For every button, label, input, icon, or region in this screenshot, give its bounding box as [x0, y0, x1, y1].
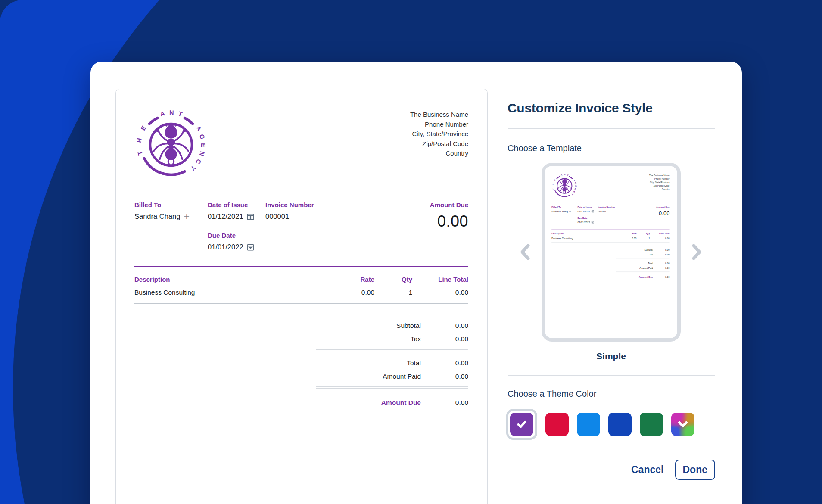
total-label: Total	[316, 359, 421, 367]
modal-footer: Cancel Done	[508, 460, 715, 480]
totals-section: Subtotal 0.00 Tax 0.00 Total 0.00 Amount…	[616, 249, 669, 279]
business-country: Country	[649, 187, 670, 191]
business-city: City, State/Province	[649, 180, 670, 184]
invoice-meta-fields: Billed To Sandra Chang + Date of Issue 0…	[134, 201, 468, 251]
billed-to-label: Billed To	[551, 206, 577, 208]
tax-row: Tax 0.00	[616, 253, 669, 256]
amount-due-total-label: Amount Due	[316, 399, 421, 407]
due-date-value: 01/01/2022	[577, 221, 590, 224]
next-template-button[interactable]	[688, 242, 705, 262]
line-item-row: Business Consulting 0.00 1 0.00	[551, 237, 669, 240]
col-description: Description	[134, 276, 336, 283]
add-customer-button: +	[569, 210, 571, 212]
theme-color-blue[interactable]	[577, 413, 600, 436]
col-rate: Rate	[336, 276, 374, 283]
amount-paid-value: 0.00	[653, 267, 670, 269]
ant-icon	[154, 124, 188, 165]
total-value: 0.00	[653, 262, 670, 264]
amount-paid-label: Amount Paid	[616, 267, 653, 269]
svg-text:THE: THE	[135, 124, 147, 156]
svg-text:ANT: ANT	[159, 109, 183, 118]
subtotal-value: 0.00	[421, 322, 468, 330]
amount-due-label: Amount Due	[656, 206, 670, 208]
amount-due-label: Amount Due	[430, 201, 468, 208]
choose-color-label: Choose a Theme Color	[508, 389, 596, 399]
subtotal-label: Subtotal	[616, 249, 653, 251]
amount-paid-value: 0.00	[421, 373, 468, 380]
theme-color-purple[interactable]	[510, 413, 533, 436]
totals-section: Subtotal 0.00 Tax 0.00 Total 0.00 Amount…	[316, 322, 468, 407]
ant-agency-logo: THE ANT AGENCY	[134, 108, 208, 181]
subtotal-value: 0.00	[653, 249, 670, 251]
col-line-total: Line Total	[650, 232, 670, 235]
date-of-issue-value: 01/12/2021	[577, 210, 590, 213]
theme-color-green[interactable]	[640, 413, 663, 436]
invoice-preview-paper: THE ANT AGENCY	[115, 89, 488, 504]
ant-icon	[558, 178, 570, 193]
business-info: The Business Name Phone Number City, Sta…	[410, 108, 468, 159]
item-line-total: 0.00	[412, 289, 468, 296]
business-phone: Phone Number	[410, 120, 468, 130]
amount-due-row: Amount Due 0.00	[616, 276, 669, 278]
amount-paid-label: Amount Paid	[316, 373, 421, 380]
billed-to-value: Sandra Chang	[134, 212, 180, 221]
theme-color-royal-blue[interactable]	[608, 413, 632, 436]
subtotal-row: Subtotal 0.00	[616, 249, 669, 251]
item-description: Business Consulting	[551, 237, 623, 240]
amount-paid-row: Amount Paid 0.00	[616, 267, 669, 269]
item-line-total: 0.00	[650, 237, 670, 240]
tax-value: 0.00	[653, 253, 670, 256]
totals-double-divider	[316, 386, 468, 389]
cancel-button[interactable]: Cancel	[631, 464, 663, 476]
subtotal-row: Subtotal 0.00	[316, 322, 468, 330]
col-line-total: Line Total	[412, 276, 468, 283]
svg-text:THE: THE	[552, 178, 557, 190]
item-rate: 0.00	[623, 237, 637, 240]
business-zip: Zip/Postal Code	[410, 139, 468, 149]
add-customer-button[interactable]: +	[184, 214, 189, 220]
billed-to-label: Billed To	[134, 201, 208, 208]
tax-row: Tax 0.00	[316, 335, 468, 343]
due-date-label: Due Date	[577, 217, 598, 219]
item-qty: 1	[374, 289, 412, 296]
calendar-icon	[591, 210, 594, 213]
total-value: 0.00	[421, 359, 468, 367]
invoice-header: THE ANT AGENCY	[134, 108, 468, 181]
calendar-icon[interactable]	[247, 213, 254, 220]
theme-color-custom-picker[interactable]	[671, 413, 694, 436]
check-icon	[516, 418, 528, 430]
divider	[508, 128, 715, 129]
item-rate: 0.00	[336, 289, 374, 296]
calendar-icon[interactable]	[247, 243, 254, 251]
amount-due-value: 0.00	[430, 212, 468, 230]
date-of-issue-label: Date of Issue	[577, 206, 598, 208]
choose-template-label: Choose a Template	[508, 143, 582, 153]
line-items-header: Description Rate Qty Line Total	[551, 232, 669, 235]
tax-label: Tax	[616, 253, 653, 256]
table-top-rule	[551, 229, 669, 229]
svg-text:ANT: ANT	[560, 173, 569, 177]
tax-label: Tax	[316, 335, 421, 343]
due-date-label: Due Date	[208, 232, 265, 239]
selected-swatch-ring	[506, 409, 537, 440]
due-date-value: 01/01/2022	[208, 243, 243, 251]
totals-divider	[316, 349, 468, 350]
modal-title: Customize Invoice Style	[508, 101, 653, 115]
totals-double-divider	[616, 271, 669, 272]
business-country: Country	[410, 149, 468, 159]
due-date-field: 01/01/2022	[577, 221, 598, 224]
date-of-issue-field[interactable]: 01/12/2021	[208, 212, 265, 221]
tax-value: 0.00	[421, 335, 468, 343]
table-top-rule	[134, 266, 468, 267]
col-qty: Qty	[636, 232, 650, 235]
table-bottom-rule	[134, 303, 468, 304]
template-card-simple[interactable]: THE ANT AGENCY	[542, 163, 681, 342]
theme-color-red[interactable]	[545, 413, 569, 436]
subtotal-label: Subtotal	[316, 322, 421, 330]
invoice-document: THE ANT AGENCY	[116, 89, 488, 504]
business-zip: Zip/Postal Code	[649, 184, 670, 187]
previous-template-button[interactable]	[517, 242, 534, 262]
divider	[508, 375, 715, 376]
done-button[interactable]: Done	[675, 460, 716, 480]
due-date-field[interactable]: 01/01/2022	[208, 243, 265, 251]
